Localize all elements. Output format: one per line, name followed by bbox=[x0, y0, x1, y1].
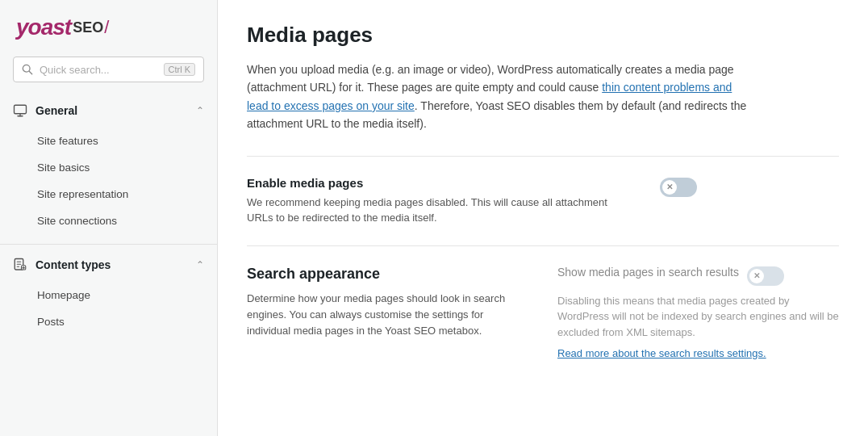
show-in-results-toggle-track: ✕ bbox=[747, 266, 784, 286]
show-in-results-toggle[interactable]: ✕ bbox=[747, 266, 784, 286]
show-in-results-description: Disabling this means that media pages cr… bbox=[557, 293, 839, 341]
logo-seo: SEO bbox=[73, 19, 103, 36]
document-icon bbox=[13, 258, 27, 272]
enable-media-pages-toggle[interactable]: ✕ bbox=[660, 178, 697, 197]
show-in-results-link[interactable]: Read more about the search results setti… bbox=[557, 347, 766, 359]
logo-yoast: yoast bbox=[16, 15, 71, 40]
svg-line-1 bbox=[29, 71, 32, 74]
content-types-nav-items: Homepage Posts bbox=[0, 282, 217, 342]
nav-section-general-header[interactable]: General ⌃ bbox=[0, 94, 217, 128]
show-in-results-toggle-thumb: ✕ bbox=[749, 269, 764, 283]
nav-section-content-types-header[interactable]: Content types ⌃ bbox=[0, 248, 217, 282]
toggle-x-icon: ✕ bbox=[666, 183, 673, 191]
sidebar-item-posts[interactable]: Posts bbox=[0, 308, 217, 335]
monitor-icon bbox=[13, 103, 27, 118]
main-content: Media pages When you upload media (e.g. … bbox=[218, 0, 868, 436]
divider-1 bbox=[247, 156, 839, 157]
search-appearance-right: Show media pages in search results ✕ Dis… bbox=[557, 266, 839, 360]
nav-section-general: General ⌃ Site features Site basics Site… bbox=[0, 94, 217, 241]
enable-media-pages-label: Enable media pages bbox=[247, 176, 634, 190]
show-in-results-x-icon: ✕ bbox=[753, 272, 760, 280]
content-types-section-title: Content types bbox=[35, 258, 188, 271]
nav-section-content-types: Content types ⌃ Homepage Posts bbox=[0, 248, 217, 342]
search-appearance-section: Search appearance Determine how your med… bbox=[247, 266, 839, 360]
logo: yoast SEO / bbox=[0, 0, 217, 52]
enable-media-pages-row: Enable media pages We recommend keeping … bbox=[247, 176, 839, 226]
search-shortcut-badge: Ctrl K bbox=[164, 63, 196, 76]
divider-2 bbox=[247, 245, 839, 246]
sidebar-divider bbox=[0, 244, 217, 245]
toggle-track: ✕ bbox=[660, 178, 697, 197]
general-chevron-icon: ⌃ bbox=[196, 105, 204, 116]
logo-slash: / bbox=[104, 17, 109, 38]
enable-media-pages-left: Enable media pages We recommend keeping … bbox=[247, 176, 634, 226]
search-appearance-left: Search appearance Determine how your med… bbox=[247, 266, 528, 360]
general-section-title: General bbox=[35, 104, 188, 117]
general-nav-items: Site features Site basics Site represent… bbox=[0, 128, 217, 241]
show-in-results-header: Show media pages in search results ✕ bbox=[557, 266, 839, 287]
enable-media-pages-toggle-wrapper[interactable]: ✕ bbox=[660, 176, 697, 197]
svg-rect-2 bbox=[15, 105, 27, 114]
toggle-thumb: ✕ bbox=[662, 180, 677, 195]
search-box[interactable]: Quick search... Ctrl K bbox=[13, 57, 204, 82]
search-placeholder-text: Quick search... bbox=[40, 64, 157, 76]
intro-paragraph: When you upload media (e.g. an image or … bbox=[247, 61, 747, 133]
content-types-chevron-icon: ⌃ bbox=[196, 259, 204, 270]
sidebar-item-site-features[interactable]: Site features bbox=[0, 128, 217, 154]
search-icon bbox=[22, 64, 33, 75]
sidebar-item-site-basics[interactable]: Site basics bbox=[0, 154, 217, 181]
sidebar: yoast SEO / Quick search... Ctrl K Gener… bbox=[0, 0, 218, 436]
enable-media-pages-description: We recommend keeping media pages disable… bbox=[247, 195, 634, 226]
sidebar-item-site-representation[interactable]: Site representation bbox=[0, 181, 217, 208]
search-appearance-heading: Search appearance bbox=[247, 266, 528, 283]
page-title: Media pages bbox=[247, 23, 839, 48]
sidebar-item-homepage[interactable]: Homepage bbox=[0, 282, 217, 308]
sidebar-item-site-connections[interactable]: Site connections bbox=[0, 208, 217, 234]
search-appearance-description: Determine how your media pages should lo… bbox=[247, 291, 528, 339]
show-in-results-label: Show media pages in search results bbox=[557, 266, 739, 279]
